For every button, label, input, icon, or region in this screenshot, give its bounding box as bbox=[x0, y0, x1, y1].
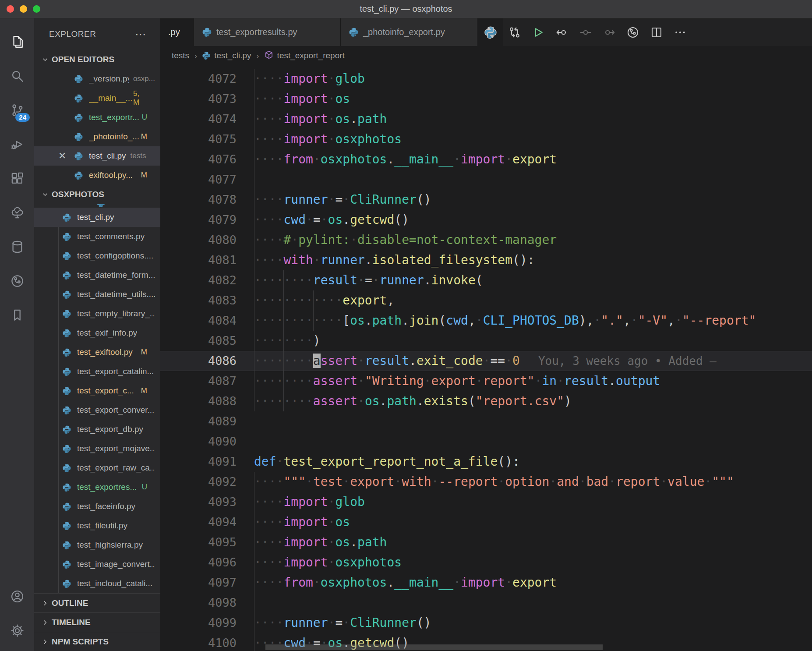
step-back-button[interactable] bbox=[550, 18, 574, 46]
file-item-test_fileutil.py[interactable]: test_fileutil.py bbox=[34, 516, 160, 535]
code-line-4090[interactable]: 4090 bbox=[160, 432, 812, 452]
code-line-4097[interactable]: 4097····from·osxphotos.__main__·import·e… bbox=[160, 573, 812, 593]
activity-database-button[interactable] bbox=[0, 230, 34, 264]
python-file-icon bbox=[74, 113, 83, 122]
code-line-4099[interactable]: 4099····runner·=·CliRunner() bbox=[160, 613, 812, 633]
file-item-test_comments.py[interactable]: test_comments.py bbox=[34, 227, 160, 246]
code-line-4088[interactable]: 4088········assert·os.path.exists("repor… bbox=[160, 391, 812, 411]
file-item-test_faceinfo.py[interactable]: test_faceinfo.py bbox=[34, 497, 160, 516]
file-item-test_highsierra.py[interactable]: test_highsierra.py bbox=[34, 535, 160, 555]
close-editor-icon[interactable]: ✕ bbox=[58, 150, 66, 162]
activity-testing-button[interactable] bbox=[0, 195, 34, 230]
gitlens-button[interactable] bbox=[621, 18, 645, 46]
open-editor-item-test_cli.py[interactable]: ✕test_cli.pytests bbox=[34, 146, 160, 166]
code-line-4085[interactable]: 4085········) bbox=[160, 331, 812, 351]
section-open-editors[interactable]: OPEN EDITORS bbox=[34, 50, 160, 69]
activity-extensions-button[interactable] bbox=[0, 161, 34, 195]
code-line-4083[interactable]: 4083············export, bbox=[160, 290, 812, 311]
code-line-4089[interactable]: 4089 bbox=[160, 411, 812, 432]
file-item-test_configoptions....[interactable]: test_configoptions.... bbox=[34, 246, 160, 265]
open-editor-item-__main__....[interactable]: __main__....5, M bbox=[34, 88, 160, 108]
close-window-button[interactable] bbox=[7, 5, 14, 13]
file-item-test_export_mojave...[interactable]: test_export_mojave... bbox=[34, 439, 160, 458]
horizontal-scrollbar[interactable] bbox=[265, 644, 603, 650]
indent-guide bbox=[313, 290, 314, 311]
breadcrumb-tests[interactable]: tests bbox=[172, 51, 189, 60]
file-item-test_export_db.py[interactable]: test_export_db.py bbox=[34, 420, 160, 439]
code-line-4098[interactable]: 4098 bbox=[160, 593, 812, 613]
file-item-test_empty_library_...[interactable]: test_empty_library_... bbox=[34, 304, 160, 323]
compare-changes-button[interactable] bbox=[503, 18, 526, 46]
activity-account-button[interactable] bbox=[0, 579, 34, 613]
file-item-test_export_raw_ca...[interactable]: test_export_raw_ca... bbox=[34, 458, 160, 478]
file-item-test_cli.py[interactable]: test_cli.py bbox=[34, 208, 160, 227]
tab-.py[interactable]: .py bbox=[160, 18, 194, 46]
breadcrumb-test_cli.py[interactable]: test_cli.py bbox=[202, 51, 251, 60]
file-item-test_export_conver...[interactable]: test_export_conver... bbox=[34, 400, 160, 420]
minimize-window-button[interactable] bbox=[20, 5, 27, 13]
code-line-4075[interactable]: 4075····import·osxphotos bbox=[160, 129, 812, 149]
step-current-button[interactable] bbox=[574, 18, 597, 46]
code-line-4095[interactable]: 4095····import·os.path bbox=[160, 532, 812, 552]
indent-guide bbox=[254, 371, 254, 391]
code-line-4073[interactable]: 4073····import·os bbox=[160, 89, 812, 109]
code-line-4087[interactable]: 4087········assert·"Writing·export·repor… bbox=[160, 371, 812, 391]
code-line-4096[interactable]: 4096····import·osxphotos bbox=[160, 552, 812, 573]
file-item-test_exportres...[interactable]: test_exportres...U bbox=[34, 478, 160, 497]
file-item-test_export_catalin...[interactable]: test_export_catalin... bbox=[34, 362, 160, 381]
code-line-4074[interactable]: 4074····import·os.path bbox=[160, 109, 812, 129]
section-timeline[interactable]: TIMELINE bbox=[34, 612, 160, 632]
zoom-window-button[interactable] bbox=[33, 5, 40, 13]
file-item-test_datetime_utils....[interactable]: test_datetime_utils.... bbox=[34, 285, 160, 304]
code-line-4072[interactable]: 4072····import·glob bbox=[160, 69, 812, 89]
activity-gitlens-button[interactable] bbox=[0, 264, 34, 298]
section-npm-scripts[interactable]: NPM SCRIPTS bbox=[34, 632, 160, 651]
open-editor-item-exiftool.py...[interactable]: exiftool.py...M bbox=[34, 166, 160, 185]
file-item-test_exif_info.py[interactable]: test_exif_info.py bbox=[34, 323, 160, 343]
line-number: 4098 bbox=[160, 593, 254, 613]
code-line-4084[interactable]: 4084············[os.path.join(cwd,·CLI_P… bbox=[160, 311, 812, 331]
step-forward-button[interactable] bbox=[597, 18, 621, 46]
split-editor-button[interactable] bbox=[645, 18, 668, 46]
code-editor[interactable]: 4072····import·glob4073····import·os4074… bbox=[160, 65, 812, 651]
code-line-4076[interactable]: 4076····from·osxphotos.__main__·import·e… bbox=[160, 149, 812, 170]
code-line-4086[interactable]: 4086········assert·result.exit_code·==·0… bbox=[160, 351, 812, 371]
activity-settings-button[interactable] bbox=[0, 613, 34, 647]
python-file-icon bbox=[62, 560, 71, 569]
breadcrumb-test_export_report[interactable]: test_export_report bbox=[264, 50, 345, 62]
more-actions-icon[interactable]: ⋯ bbox=[135, 32, 147, 36]
section-outline[interactable]: OUTLINE bbox=[34, 593, 160, 612]
file-item-test_export_c...[interactable]: test_export_c...M bbox=[34, 381, 160, 400]
open-editor-item-test_exportr...[interactable]: test_exportr...U bbox=[34, 108, 160, 127]
code-line-4091[interactable]: 4091def·test_export_report_not_a_file(): bbox=[160, 452, 812, 472]
code-line-4092[interactable]: 4092····"""·test·export·with·--report·op… bbox=[160, 472, 812, 492]
run-file-button[interactable] bbox=[526, 18, 550, 46]
python-file-icon bbox=[62, 541, 71, 550]
section-osxphotos[interactable]: OSXPHOTOS bbox=[34, 185, 160, 204]
code-line-4094[interactable]: 4094····import·os bbox=[160, 512, 812, 532]
line-number: 4077 bbox=[160, 170, 254, 190]
activity-source-control-button[interactable]: 24 bbox=[0, 93, 34, 127]
activity-explorer-button[interactable] bbox=[0, 25, 34, 59]
line-number: 4099 bbox=[160, 613, 254, 633]
python-logo-button[interactable] bbox=[478, 18, 503, 46]
code-line-4080[interactable]: 4080····#·pylint:·disable=not-context-ma… bbox=[160, 230, 812, 250]
activity-bookmarks-button[interactable] bbox=[0, 298, 34, 332]
more-actions-button[interactable] bbox=[668, 18, 692, 46]
open-editor-item-_version.py[interactable]: _version.pyosxp... bbox=[34, 69, 160, 88]
file-item-test_datetime_form...[interactable]: test_datetime_form... bbox=[34, 265, 160, 285]
open-editor-item-_photoinfo_...[interactable]: _photoinfo_...M bbox=[34, 127, 160, 146]
file-item-test_incloud_catali...[interactable]: test_incloud_catali... bbox=[34, 574, 160, 593]
activity-search-button[interactable] bbox=[0, 59, 34, 93]
tab-_photoinfo_export.py[interactable]: _photoinfo_export.py bbox=[341, 18, 477, 46]
code-line-4078[interactable]: 4078····runner·=·CliRunner() bbox=[160, 190, 812, 210]
file-item-test_exiftool.py[interactable]: test_exiftool.pyM bbox=[34, 343, 160, 362]
code-line-4082[interactable]: 4082········result·=·runner.invoke( bbox=[160, 270, 812, 290]
code-line-4077[interactable]: 4077 bbox=[160, 170, 812, 190]
tab-test_exportresults.py[interactable]: test_exportresults.py bbox=[194, 18, 341, 46]
code-line-4093[interactable]: 4093····import·glob bbox=[160, 492, 812, 512]
file-item-test_image_convert...[interactable]: test_image_convert... bbox=[34, 555, 160, 574]
code-line-4081[interactable]: 4081····with·runner.isolated_filesystem(… bbox=[160, 250, 812, 270]
code-line-4079[interactable]: 4079····cwd·=·os.getcwd() bbox=[160, 210, 812, 230]
activity-run-debug-button[interactable] bbox=[0, 127, 34, 161]
